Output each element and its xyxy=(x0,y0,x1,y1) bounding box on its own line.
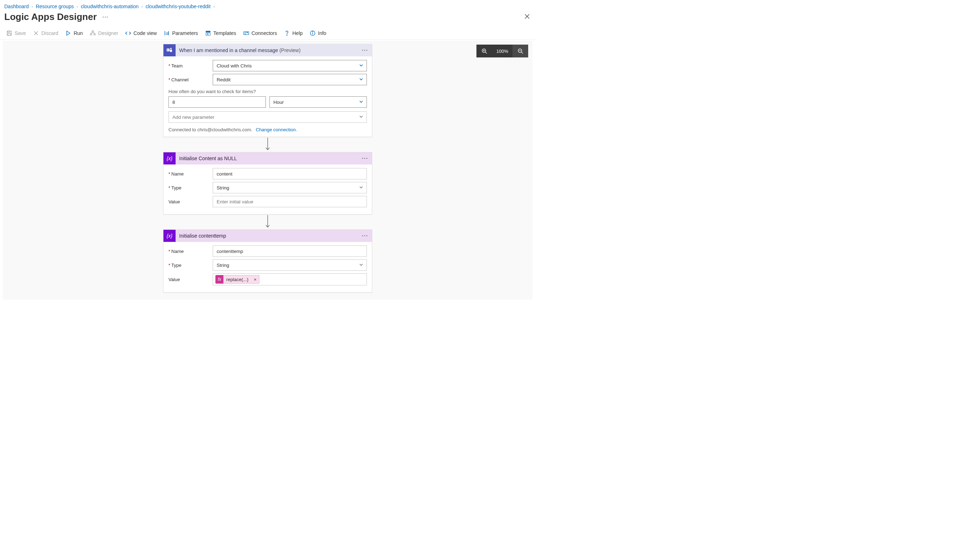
chevron-down-icon xyxy=(359,114,363,120)
card-preview-text: (Preview) xyxy=(280,48,301,53)
polling-text: How often do you want to check for items… xyxy=(169,89,367,94)
trigger-card-header[interactable]: T When I am mentioned in a channel messa… xyxy=(164,44,372,56)
chevron-down-icon xyxy=(359,185,363,190)
help-button[interactable]: Help xyxy=(284,30,303,36)
title-more-button[interactable]: ··· xyxy=(102,14,109,20)
chevron-right-icon: › xyxy=(141,4,143,9)
chevron-right-icon: › xyxy=(213,4,215,9)
value-input[interactable]: Enter initial value xyxy=(213,196,367,207)
svg-rect-19 xyxy=(244,32,249,35)
type-label: *Type xyxy=(169,263,209,268)
type-label: *Type xyxy=(169,185,209,190)
code-view-button[interactable]: Code view xyxy=(125,30,157,36)
breadcrumb-logicapp[interactable]: cloudwithchris-youtube-reddit xyxy=(146,3,210,9)
card-more-button[interactable]: ··· xyxy=(362,233,368,239)
add-parameter-select[interactable]: Add new parameter xyxy=(169,111,367,123)
svg-rect-16 xyxy=(206,31,210,32)
type-select[interactable]: String xyxy=(213,182,367,194)
card-more-button[interactable]: ··· xyxy=(362,48,368,53)
svg-text:@: @ xyxy=(165,32,169,35)
breadcrumb-resource-groups[interactable]: Resource groups xyxy=(36,3,74,9)
variable-icon: {x} xyxy=(164,230,176,242)
variable-icon: {x} xyxy=(164,152,176,165)
card-title-text: When I am mentioned in a channel message xyxy=(179,48,278,53)
init-contenttemp-card: {x} Initialise contenttemp ··· *Name con… xyxy=(163,229,372,293)
zoom-in-button[interactable] xyxy=(476,44,492,57)
channel-select[interactable]: Reddit xyxy=(213,74,367,85)
breadcrumb-rg-automation[interactable]: cloudwithchris-automation xyxy=(81,3,138,9)
svg-rect-4 xyxy=(8,33,11,35)
value-label: Value xyxy=(169,199,209,205)
init-content-card: {x} Initialise Content as NULL ··· *Name… xyxy=(163,152,372,214)
parameters-button[interactable]: @ Parameters xyxy=(164,30,198,36)
card-title-text: Initialise contenttemp xyxy=(179,233,362,239)
chevron-down-icon xyxy=(359,262,363,268)
svg-point-34 xyxy=(170,48,172,49)
channel-label: *Channel xyxy=(169,77,209,82)
svg-rect-18 xyxy=(208,33,210,35)
svg-line-30 xyxy=(522,52,523,54)
teams-icon: T xyxy=(164,44,176,56)
toolbar: Save Discard Run Designer Code view @ Pa… xyxy=(0,27,535,40)
svg-rect-14 xyxy=(94,34,95,35)
svg-rect-3 xyxy=(8,31,10,32)
svg-rect-8 xyxy=(92,31,94,32)
value-input[interactable]: fx replace(...) × xyxy=(213,273,367,286)
discard-button[interactable]: Discard xyxy=(33,30,58,36)
chevron-right-icon: › xyxy=(32,4,33,9)
svg-rect-17 xyxy=(206,33,207,35)
zoom-out-button[interactable] xyxy=(512,44,528,57)
breadcrumb: Dashboard › Resource groups › cloudwithc… xyxy=(0,0,535,11)
zoom-control: 100% xyxy=(476,44,528,57)
svg-text:T: T xyxy=(167,49,169,51)
fx-icon: fx xyxy=(216,275,223,284)
trigger-card: T When I am mentioned in a channel messa… xyxy=(163,44,372,137)
designer-canvas[interactable]: 100% T When I am mentioned in a channel … xyxy=(3,41,533,300)
page-title: Logic Apps Designer ··· xyxy=(4,11,109,22)
templates-button[interactable]: Templates xyxy=(205,30,236,36)
change-connection-link[interactable]: Change connection. xyxy=(256,127,297,132)
svg-marker-7 xyxy=(67,31,70,35)
flow-connector[interactable] xyxy=(265,137,270,152)
expression-token[interactable]: fx replace(...) × xyxy=(215,275,259,284)
card-title-text: Initialise Content as NULL xyxy=(179,155,362,161)
name-input[interactable]: content xyxy=(213,168,367,179)
chevron-down-icon xyxy=(359,77,363,82)
svg-rect-13 xyxy=(90,34,92,35)
connectors-button[interactable]: Connectors xyxy=(243,30,277,36)
frequency-select[interactable]: Hour xyxy=(269,96,367,108)
svg-point-21 xyxy=(287,35,287,35)
team-select[interactable]: Cloud with Chris xyxy=(213,60,367,71)
token-text: replace(...) xyxy=(223,277,251,282)
type-select[interactable]: String xyxy=(213,259,367,271)
info-button[interactable]: Info xyxy=(310,30,326,36)
run-button[interactable]: Run xyxy=(65,30,83,36)
chevron-right-icon: › xyxy=(77,4,78,9)
card-more-button[interactable]: ··· xyxy=(362,155,368,161)
chevron-down-icon xyxy=(359,63,363,68)
breadcrumb-dashboard[interactable]: Dashboard xyxy=(4,3,29,9)
chevron-down-icon xyxy=(359,99,363,105)
svg-line-26 xyxy=(485,52,487,54)
designer-button[interactable]: Designer xyxy=(90,30,118,36)
value-label: Value xyxy=(169,277,209,282)
interval-input[interactable]: 8 xyxy=(169,96,266,108)
name-label: *Name xyxy=(169,249,209,254)
init-contenttemp-card-header[interactable]: {x} Initialise contenttemp ··· xyxy=(164,230,372,242)
token-remove-button[interactable]: × xyxy=(251,277,259,282)
name-input[interactable]: contenttemp xyxy=(213,246,367,257)
init-content-card-header[interactable]: {x} Initialise Content as NULL ··· xyxy=(164,152,372,165)
zoom-level: 100% xyxy=(492,49,512,54)
team-label: *Team xyxy=(169,63,209,68)
flow-connector[interactable] xyxy=(265,214,270,229)
name-label: *Name xyxy=(169,171,209,177)
connection-info: Connected to chris@cloudwithchris.com. C… xyxy=(169,127,367,132)
close-button[interactable] xyxy=(524,13,530,21)
save-button[interactable]: Save xyxy=(6,30,26,36)
